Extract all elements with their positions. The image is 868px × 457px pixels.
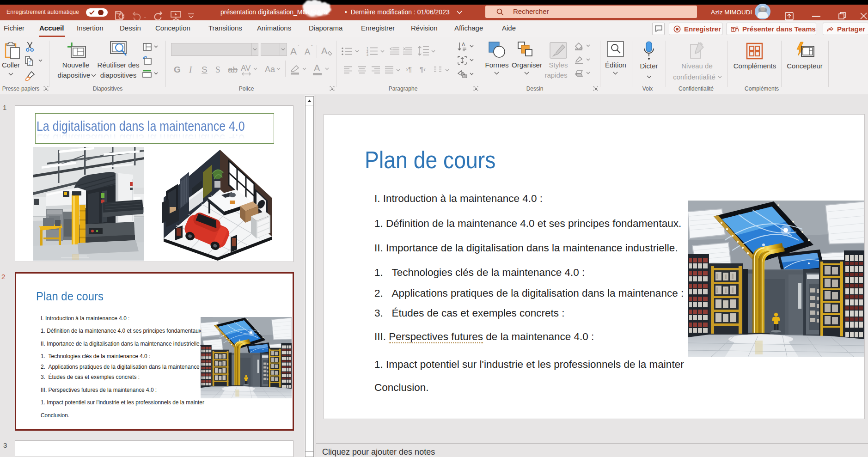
svg-text:2: 2: [367, 50, 368, 53]
svg-text:1: 1: [367, 47, 368, 50]
svg-text:3: 3: [367, 53, 368, 56]
svg-text:A: A: [462, 42, 465, 47]
